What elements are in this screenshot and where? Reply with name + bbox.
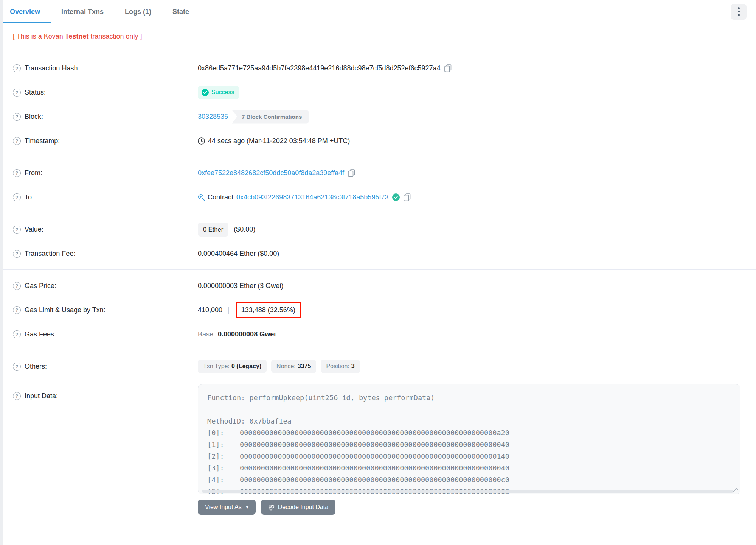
gas-usage-value: 133,488 (32.56%) (241, 306, 295, 314)
to-contract-word: Contract (208, 193, 233, 201)
transaction-fee-value: 0.000400464 Ether ($0.00) (198, 250, 279, 258)
help-icon[interactable]: ? (13, 392, 21, 400)
others-label: Others: (25, 363, 47, 371)
row-others: ? Others: Txn Type: 0 (Legacy) Nonce: 33… (13, 354, 746, 378)
help-icon[interactable]: ? (13, 137, 21, 145)
testnet-notice: [ This is a Kovan Testnet transaction on… (3, 23, 756, 52)
help-icon[interactable]: ? (13, 169, 21, 177)
help-icon[interactable]: ? (13, 330, 21, 338)
help-icon[interactable]: ? (13, 226, 21, 234)
tab-internal-txns[interactable]: Internal Txns (61, 0, 104, 23)
active-tab-underline (3, 22, 51, 23)
nonce-value: 3375 (298, 363, 311, 370)
transaction-fee-label: Transaction Fee: (25, 250, 75, 258)
view-input-as-label: View Input As (205, 504, 242, 511)
input-data-textarea[interactable]: Function: performUpkeep(uint256 id, byte… (198, 384, 740, 494)
copy-icon[interactable] (444, 64, 452, 72)
check-circle-icon (202, 89, 209, 96)
contract-magnifier-icon (198, 194, 205, 201)
notice-bold: Testnet (65, 33, 89, 40)
transaction-overview-card: Overview Internal Txns Logs (1) State [ … (3, 0, 756, 545)
tab-overview[interactable]: Overview (10, 0, 40, 23)
input-param-line: [4]:000000000000000000000000000000000000… (207, 474, 731, 486)
to-address-link[interactable]: 0x4cb093f226983713164a62138c3f718a5b595f… (236, 193, 388, 201)
input-data-label: Input Data: (25, 392, 58, 400)
tab-bar: Overview Internal Txns Logs (1) State (3, 0, 756, 23)
gas-limit-label: Gas Limit & Usage by Txn: (25, 306, 106, 314)
more-options-button[interactable] (731, 4, 747, 20)
value-usd: ($0.00) (234, 226, 255, 234)
help-icon[interactable]: ? (13, 282, 21, 290)
status-text: Success (211, 89, 234, 96)
gas-usage-annotation-box: 133,488 (32.56%) (236, 302, 301, 318)
tab-state[interactable]: State (172, 0, 189, 23)
row-gas-fees: ? Gas Fees: Base: 0.000000008 Gwei (13, 322, 746, 346)
value-label: Value: (25, 226, 43, 234)
row-from: ? From: 0xfee7522e8482682cf50ddc50a0f8da… (13, 161, 746, 185)
txn-type-badge: Txn Type: 0 (Legacy) (198, 360, 267, 373)
gas-separator: | (228, 306, 230, 314)
notice-prefix: [ This is a Kovan (13, 33, 65, 40)
section-hash-status-block: ? Transaction Hash: 0x86ed5a771e725aa94d… (3, 52, 756, 157)
input-param-line: [1]:000000000000000000000000000000000000… (207, 439, 731, 450)
resize-handle[interactable] (733, 487, 738, 492)
position-label: Position: (326, 363, 349, 370)
help-icon[interactable]: ? (13, 363, 21, 371)
row-transaction-fee: ? Transaction Fee: 0.000400464 Ether ($0… (13, 241, 746, 266)
row-to: ? To: Contract 0x4cb093f226983713164a621… (13, 185, 746, 209)
decode-input-data-button[interactable]: Decode Input Data (261, 500, 335, 515)
row-gas-limit-usage: ? Gas Limit & Usage by Txn: 410,000 | 13… (13, 298, 746, 322)
view-input-as-button[interactable]: View Input As ▾ (198, 500, 256, 515)
chevron-down-icon: ▾ (246, 505, 248, 510)
row-status: ? Status: Success (13, 80, 746, 104)
input-function-line: Function: performUpkeep(uint256 id, byte… (207, 392, 731, 403)
timestamp-value: 44 secs ago (Mar-11-2022 03:54:48 PM +UT… (208, 137, 350, 145)
copy-icon[interactable] (348, 169, 355, 177)
status-label: Status: (25, 89, 46, 97)
help-icon[interactable]: ? (13, 250, 21, 258)
input-param-line: [3]:000000000000000000000000000000000000… (207, 462, 731, 474)
clock-icon (198, 137, 205, 145)
to-label: To: (25, 193, 34, 201)
transaction-hash-value: 0x86ed5a771e725aa94d5b7fa2398e4419e216d8… (198, 64, 441, 72)
value-amount-badge: 0 Ether (198, 223, 228, 237)
verified-check-icon (392, 193, 400, 201)
help-icon[interactable]: ? (13, 306, 21, 314)
timestamp-label: Timestamp: (25, 137, 60, 145)
position-value: 3 (351, 363, 355, 370)
nonce-label: Nonce: (276, 363, 296, 370)
block-number-link[interactable]: 30328535 (198, 113, 228, 121)
input-methodid-line: MethodID: 0x7bbaf1ea (207, 415, 731, 427)
nonce-badge: Nonce: 3375 (271, 360, 316, 373)
help-icon[interactable]: ? (13, 89, 21, 97)
notice-suffix: transaction only ] (88, 33, 142, 40)
section-others-input: ? Others: Txn Type: 0 (Legacy) Nonce: 33… (3, 350, 756, 524)
row-block: ? Block: 30328535 7 Block Confirmations (13, 104, 746, 129)
from-address-link[interactable]: 0xfee7522e8482682cf50ddc50a0f8da2a39effa… (198, 169, 344, 177)
section-gas: ? Gas Price: 0.000000003 Ether (3 Gwei) … (3, 269, 756, 350)
gas-fees-label: Gas Fees: (25, 330, 56, 338)
section-from-to: ? From: 0xfee7522e8482682cf50ddc50a0f8da… (3, 157, 756, 213)
copy-icon[interactable] (404, 193, 411, 201)
gas-price-value: 0.000000003 Ether (3 Gwei) (198, 282, 283, 290)
from-label: From: (25, 169, 42, 177)
gas-fees-base-value: 0.000000008 Gwei (218, 330, 276, 338)
row-transaction-hash: ? Transaction Hash: 0x86ed5a771e725aa94d… (13, 56, 746, 80)
position-badge: Position: 3 (321, 360, 360, 373)
help-icon[interactable]: ? (13, 193, 21, 201)
tab-overview-label: Overview (10, 8, 40, 16)
block-label: Block: (25, 113, 43, 121)
txn-type-label: Txn Type: (203, 363, 230, 370)
tab-logs[interactable]: Logs (1) (125, 0, 151, 23)
status-badge: Success (198, 86, 239, 99)
row-gas-price: ? Gas Price: 0.000000003 Ether (3 Gwei) (13, 274, 746, 298)
decode-icon (268, 504, 275, 511)
horizontal-scrollbar[interactable] (202, 490, 733, 493)
block-confirmations-badge: 7 Block Confirmations (232, 110, 309, 124)
section-value-fee: ? Value: 0 Ether ($0.00) ? Transaction F… (3, 213, 756, 269)
help-icon[interactable]: ? (13, 64, 21, 72)
transaction-hash-label: Transaction Hash: (25, 64, 79, 72)
kebab-dots-icon (738, 7, 740, 9)
input-param-line: [0]:000000000000000000000000000000000000… (207, 427, 731, 439)
help-icon[interactable]: ? (13, 113, 21, 121)
